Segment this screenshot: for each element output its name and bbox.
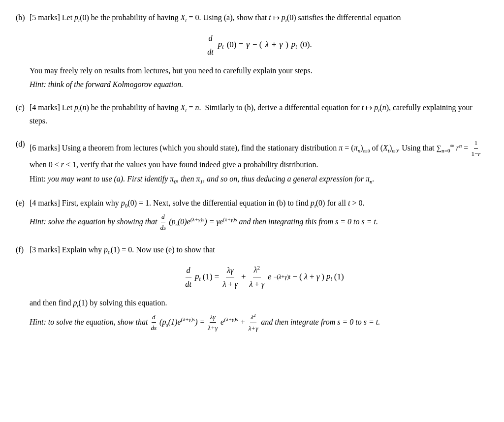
label-c: (c) xyxy=(16,102,30,114)
frac-hint-f-2: λ2 λ+γ xyxy=(248,312,259,333)
text-b-freely: You may freely rely on results from lect… xyxy=(30,65,488,77)
text-d-main: [6 marks] Using a theorem from lectures … xyxy=(30,138,488,171)
content-e: [4 marks] First, explain why p0(0) = 1. … xyxy=(30,197,488,235)
section-c: (c) [4 marks] Let pt(n) be the probabili… xyxy=(16,102,488,129)
text-to: to xyxy=(355,318,361,326)
section-e: (e) [4 marks] First, explain why p0(0) =… xyxy=(16,197,488,235)
text-b-main: [5 marks] Let pt(0) be the probability o… xyxy=(30,12,488,25)
label-b: (b) xyxy=(16,12,30,24)
section-d: (d) [6 marks] Using a theorem from lectu… xyxy=(16,138,488,188)
frac-1-1mr: 1 1−r xyxy=(471,138,481,159)
label-f: (f) xyxy=(16,244,30,256)
content-c: [4 marks] Let pt(n) be the probability o… xyxy=(30,102,488,129)
content-b: [5 marks] Let pt(0) be the probability o… xyxy=(30,12,488,93)
frac-lambda2: λ2 λ + γ xyxy=(249,264,266,290)
hint-f: Hint: to solve the equation, show that d… xyxy=(30,312,488,333)
text-e-main: [4 marks] First, explain why p0(0) = 1. … xyxy=(30,197,488,211)
text-f-main: [3 marks] Explain why p0(1) = 0. Now use… xyxy=(30,244,488,257)
frac-d-ds-f: d ds xyxy=(150,312,157,333)
content-f: [3 marks] Explain why p0(1) = 0. Now use… xyxy=(30,244,488,336)
equation-f: d dt pt(1) = λγ λ + γ + λ2 λ + γ e−(λ+γ)… xyxy=(39,264,488,290)
section-b: (b) [5 marks] Let pt(0) be the probabili… xyxy=(16,12,488,93)
label-e: (e) xyxy=(16,197,30,210)
text-f-solve: and then find pt(1) by solving this equa… xyxy=(30,297,488,310)
frac-d-dt: d dt xyxy=(206,32,215,58)
frac-d-ds-e: d ds xyxy=(160,212,167,233)
text-c-main: [4 marks] Let pt(n) be the probability o… xyxy=(30,102,488,127)
frac-hint-f-1: λγ λ+γ xyxy=(207,312,218,333)
hint-e: Hint: solve the equation by showing that… xyxy=(30,212,488,233)
hint-d: Hint: you may want to use (a). First ide… xyxy=(30,173,488,186)
content-d: [6 marks] Using a theorem from lectures … xyxy=(30,138,488,188)
section-f: (f) [3 marks] Explain why p0(1) = 0. Now… xyxy=(16,244,488,336)
equation-b: d dt pt(0) = γ − (λ + γ)pt(0). xyxy=(30,32,488,58)
frac-lambdagamma: λγ λ + γ xyxy=(221,264,239,290)
hint-b: Hint: think of the forward Kolmogorov eq… xyxy=(30,79,488,91)
frac-d-dt-f: d dt xyxy=(184,264,192,290)
label-d: (d) xyxy=(16,138,30,151)
